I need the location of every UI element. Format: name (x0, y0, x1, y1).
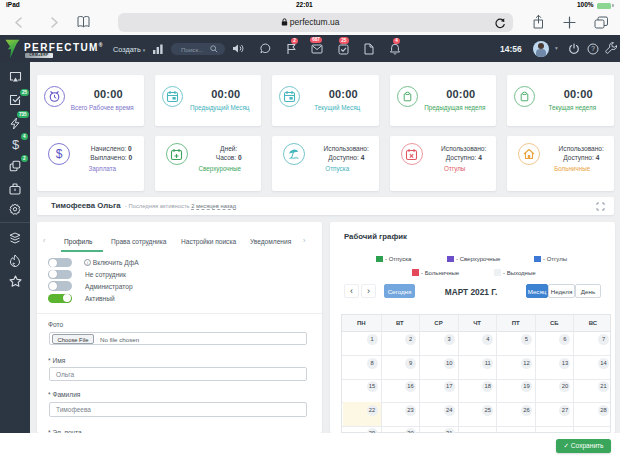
svg-text:?: ? (591, 45, 595, 52)
svg-text:$: $ (12, 138, 20, 151)
svg-text:$: $ (56, 147, 63, 161)
